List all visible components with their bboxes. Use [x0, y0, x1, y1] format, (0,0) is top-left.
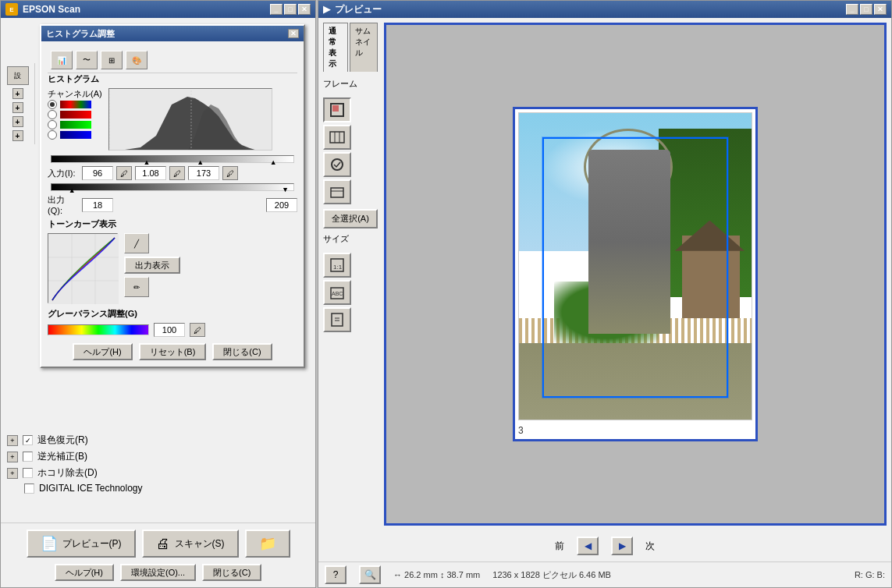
- folder-button[interactable]: 📁: [245, 530, 290, 558]
- frame-tool-1[interactable]: [323, 97, 351, 122]
- tone-curve-canvas[interactable]: [48, 233, 118, 303]
- right-panel: ▶ プレビュー _ □ ✕ 通常表示 サムネイル フレーム: [318, 0, 892, 588]
- channel-radio-r[interactable]: [48, 110, 57, 119]
- input-white-field[interactable]: [188, 166, 219, 180]
- output-black-field[interactable]: [82, 198, 113, 212]
- red-bar: [60, 111, 91, 119]
- bottom-btns-row: ヘルプ(H) 環境設定(O)... 閉じる(C): [7, 564, 309, 581]
- input-label: 入力(I):: [48, 168, 79, 179]
- bottom-toolbar: 📄 プレビュー(P) 🖨 スキャン(S) 📁 ヘルプ(H) 環境設定(O)...…: [1, 522, 315, 587]
- white-eyedropper[interactable]: 🖊: [222, 166, 238, 180]
- expand-mid3[interactable]: +: [12, 130, 23, 141]
- graph-icon[interactable]: 📊: [51, 51, 73, 69]
- backlight-expand[interactable]: +: [7, 452, 18, 462]
- channel-row-r: [48, 110, 102, 119]
- rainbow-bar[interactable]: [48, 324, 149, 335]
- pixels-text: 1236 x 1828 ピクセル 6.46 MB: [492, 569, 611, 581]
- expand-top[interactable]: +: [12, 88, 23, 99]
- photo-display: [518, 112, 752, 420]
- minimize-button[interactable]: _: [270, 4, 283, 15]
- input-black-field[interactable]: [82, 166, 113, 180]
- select-all-button[interactable]: 全選択(A): [323, 209, 378, 228]
- channel-section: チャンネル(A): [48, 88, 297, 151]
- photo-container: 3: [513, 107, 758, 441]
- preview-minimize[interactable]: _: [846, 4, 858, 15]
- svg-rect-23: [332, 313, 343, 326]
- epson-logo: E: [5, 3, 18, 16]
- black-eyedropper[interactable]: 🖊: [116, 166, 132, 180]
- input-values-row: 入力(I): 🖊 🖊 🖊: [48, 166, 297, 180]
- mid-eyedropper[interactable]: 🖊: [169, 166, 185, 180]
- bottom-close-btn[interactable]: 閉じる(C): [202, 564, 261, 581]
- expand-mid2[interactable]: +: [12, 116, 23, 127]
- frame-tool-2[interactable]: [323, 125, 351, 150]
- settings-icon[interactable]: 設: [7, 66, 29, 85]
- channel-radio-g[interactable]: [48, 120, 57, 129]
- frame-tool-4[interactable]: [323, 179, 351, 204]
- fade-restore-expand[interactable]: +: [7, 435, 18, 446]
- svg-point-16: [332, 159, 343, 170]
- prev-button[interactable]: ◀: [577, 537, 599, 555]
- tab-bar: 通常表示 サムネイル: [323, 23, 378, 72]
- fade-restore-row: + 退色復元(R): [7, 434, 309, 447]
- preview-logo: ▶: [323, 4, 330, 15]
- preview-close[interactable]: ✕: [874, 4, 887, 15]
- close-button[interactable]: ✕: [298, 4, 311, 15]
- channel-radio-b[interactable]: [48, 130, 57, 140]
- fade-restore-label: 退色復元(R): [37, 434, 88, 447]
- curve-tool-btn[interactable]: ╱: [124, 233, 149, 253]
- expand-mid1[interactable]: +: [12, 102, 23, 113]
- histogram-dialog-titlebar: ヒストグラム調整 ✕: [41, 26, 304, 41]
- gray-value-field[interactable]: [154, 323, 185, 337]
- histogram-dialog-close[interactable]: ✕: [288, 29, 299, 38]
- channel-radio-rgb[interactable]: [48, 100, 57, 109]
- dimensions-text: ↔ 26.2 mm ↕ 38.7 mm: [393, 570, 480, 579]
- maximize-button[interactable]: □: [284, 4, 297, 15]
- size-tools: 1:1 ABC: [323, 253, 378, 332]
- dust-expand[interactable]: +: [7, 468, 18, 479]
- histogram-dialog-title: ヒストグラム調整: [46, 28, 115, 40]
- input-row: ▲ ▲ ▲: [48, 155, 297, 163]
- frame-label: フレーム: [323, 78, 378, 90]
- channel-options: [48, 100, 102, 140]
- tab-thumbnail[interactable]: サムネイル: [350, 23, 378, 72]
- channel-row-rgb: [48, 100, 102, 109]
- preview-button[interactable]: 📄 プレビュー(P): [27, 530, 136, 558]
- backlight-row: + 逆光補正(B): [7, 450, 309, 463]
- svg-text:ABC: ABC: [332, 291, 343, 296]
- curve-icon[interactable]: 〜: [76, 51, 98, 69]
- frame-tool-3[interactable]: [323, 152, 351, 177]
- preview-tools-panel: 通常表示 サムネイル フレーム: [323, 23, 378, 526]
- left-edge-panel: 設 + + + +: [1, 63, 35, 144]
- pen-tool-btn[interactable]: ✏: [124, 277, 149, 297]
- tab-normal[interactable]: 通常表示: [323, 23, 348, 72]
- scan-button[interactable]: 🖨 スキャン(S): [142, 530, 239, 558]
- output-display-btn[interactable]: 出力表示: [124, 257, 180, 274]
- settings-btn[interactable]: 環境設定(O)...: [120, 564, 196, 581]
- digital-ice-checkbox[interactable]: [24, 484, 34, 494]
- bottom-help-btn[interactable]: ヘルプ(H): [55, 564, 114, 581]
- color-icon[interactable]: 🎨: [126, 51, 147, 69]
- backlight-label: 逆光補正(B): [37, 450, 87, 463]
- backlight-checkbox[interactable]: [23, 452, 33, 462]
- reset-btn[interactable]: リセット(B): [139, 343, 207, 360]
- input-mid-field[interactable]: [135, 166, 166, 180]
- gray-eyedropper[interactable]: 🖊: [190, 323, 205, 337]
- next-button[interactable]: ▶: [611, 537, 633, 555]
- rgb-text: R: G: B:: [855, 570, 885, 579]
- svg-text:1:1: 1:1: [333, 264, 343, 271]
- size-tool-1[interactable]: 1:1: [323, 253, 351, 278]
- epson-scan-title: EPSON Scan: [23, 4, 80, 15]
- zoom-status-icon[interactable]: 🔍: [359, 565, 381, 584]
- size-tool-3[interactable]: [323, 307, 351, 332]
- adjust-icon[interactable]: ⊞: [101, 51, 123, 69]
- dust-checkbox[interactable]: [23, 468, 33, 478]
- help-btn[interactable]: ヘルプ(H): [73, 343, 132, 360]
- nav-row: 前 ◀ ▶ 次: [318, 530, 891, 561]
- help-status-icon[interactable]: ?: [325, 565, 346, 584]
- close-dialog-btn[interactable]: 閉じる(C): [212, 343, 272, 360]
- fade-restore-checkbox[interactable]: [23, 435, 33, 445]
- output-white-field[interactable]: [266, 198, 297, 212]
- size-tool-2[interactable]: ABC: [323, 280, 351, 305]
- preview-maximize[interactable]: □: [860, 4, 872, 15]
